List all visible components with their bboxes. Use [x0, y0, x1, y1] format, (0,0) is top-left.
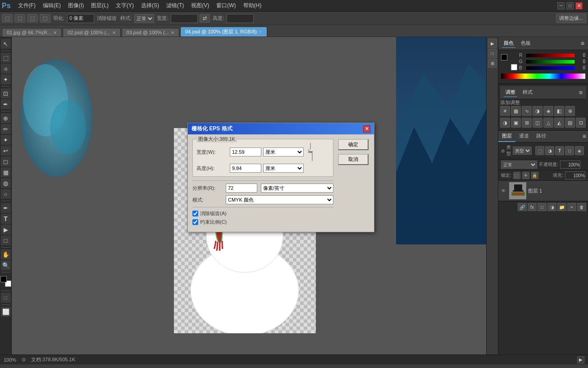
move-tool[interactable]: ↖: [1, 39, 11, 49]
minimize-btn[interactable]: ─: [557, 2, 565, 9]
opacity-input[interactable]: [560, 161, 580, 169]
tab-01jpg[interactable]: 01.jpg @ 66.7%(R... ✕: [2, 28, 62, 37]
anti-alias-checkbox[interactable]: [192, 211, 198, 216]
hue-adj-icon[interactable]: ◧: [554, 106, 564, 116]
navigate-btn[interactable]: ▶: [577, 356, 584, 363]
maximize-btn[interactable]: □: [566, 2, 574, 9]
mode-select[interactable]: CMYK 颜色 RGB 颜色 灰度: [226, 195, 333, 204]
tool-options-btn4[interactable]: ⬚: [40, 14, 50, 23]
panel-menu-icon[interactable]: ≡: [581, 40, 584, 47]
paths-tab[interactable]: 路径: [533, 131, 550, 142]
width-field[interactable]: [230, 147, 261, 156]
text-filter-btn[interactable]: T: [555, 146, 564, 155]
dialog-close-btn[interactable]: ✕: [363, 125, 370, 133]
path-select-tool[interactable]: ▶: [1, 225, 11, 235]
colorbal-adj-icon[interactable]: ⊕: [565, 106, 575, 116]
menu-edit[interactable]: 编辑(E): [39, 1, 64, 10]
channels-tab[interactable]: 通道: [515, 131, 533, 142]
history-brush-tool[interactable]: ↩: [1, 146, 11, 156]
menu-text[interactable]: 文字(Y): [112, 1, 137, 10]
tab-03psd[interactable]: 03.psd @ 100% (... ✕: [122, 28, 179, 37]
styles-tab[interactable]: 样式: [521, 88, 534, 97]
threshold-adj-icon[interactable]: ◭: [554, 118, 564, 128]
selective-adj-icon[interactable]: ⊡: [576, 118, 586, 128]
style-select[interactable]: 正常: [134, 14, 154, 23]
menu-file[interactable]: 文件(F): [14, 1, 39, 10]
tool-options-btn2[interactable]: ⬚: [14, 14, 25, 23]
filter-type-select[interactable]: 类型: [513, 147, 532, 155]
channel-adj-icon[interactable]: ⊞: [522, 118, 532, 128]
cancel-button[interactable]: 取消: [338, 154, 369, 165]
resolution-field[interactable]: [226, 184, 257, 193]
dialog-title-bar[interactable]: 栅格化 EPS 格式 ✕: [188, 123, 374, 134]
gradient-tool[interactable]: ▦: [1, 167, 11, 177]
new-layer-btn[interactable]: +: [567, 203, 576, 211]
add-mask-btn[interactable]: □: [538, 203, 547, 211]
foreground-color-swatch[interactable]: [501, 54, 507, 60]
tab-04psd[interactable]: 04.psd @ 100% (图层 1, RGB/8) ✕: [180, 27, 267, 37]
photo-adj-icon[interactable]: ▣: [511, 118, 521, 128]
lock-pixels-btn[interactable]: ⬚: [513, 172, 520, 179]
color-spectrum-bar[interactable]: [501, 74, 585, 79]
exposure-adj-icon[interactable]: ◑: [533, 106, 542, 116]
height-field[interactable]: [230, 164, 261, 173]
clone-stamp-tool[interactable]: ✦: [1, 135, 11, 145]
color-selector[interactable]: [0, 276, 11, 287]
tool-options-btn3[interactable]: ⬚: [27, 14, 38, 23]
menu-help[interactable]: 帮助(H): [240, 1, 265, 10]
height-input[interactable]: [227, 14, 254, 23]
menu-window[interactable]: 窗口(W): [213, 1, 239, 10]
width-input[interactable]: [171, 14, 198, 23]
menu-image[interactable]: 图像(I): [64, 1, 87, 10]
swap-wh-btn[interactable]: ⇄: [200, 14, 210, 23]
close-window-btn[interactable]: ✕: [575, 2, 583, 9]
menu-layer[interactable]: 图层(L): [87, 1, 112, 10]
spot-heal-tool[interactable]: ⊕: [1, 113, 11, 123]
marquee-tool[interactable]: ⬚: [1, 53, 11, 63]
lock-all-btn[interactable]: 🔒: [531, 172, 538, 179]
smart-filter-btn[interactable]: ◈: [575, 146, 584, 155]
layer-mode-select[interactable]: 正常: [501, 161, 537, 169]
blur-tool[interactable]: ◍: [1, 178, 11, 188]
ok-button[interactable]: 确定: [338, 139, 369, 150]
shape-tool[interactable]: □: [1, 235, 11, 245]
invert-adj-icon[interactable]: ◫: [533, 118, 542, 128]
new-adj-btn[interactable]: ◑: [547, 203, 556, 211]
swatches-tab[interactable]: 色板: [519, 39, 533, 48]
fill-input[interactable]: [565, 171, 585, 179]
adj-tab[interactable]: 调整: [504, 88, 517, 97]
tool-options-btn1[interactable]: ⬚: [2, 14, 13, 23]
bw-adj-icon[interactable]: ◑: [500, 118, 510, 128]
link-layers-btn[interactable]: 🔗: [518, 203, 527, 211]
layer-visibility-icon[interactable]: 👁: [501, 188, 507, 193]
tab-close-02[interactable]: ✕: [112, 30, 116, 35]
adj-filter-btn[interactable]: ◑: [545, 146, 554, 155]
screen-mode-btn[interactable]: ⬜: [1, 307, 11, 317]
quick-mask-btn[interactable]: ⬚: [1, 293, 11, 303]
delete-layer-btn[interactable]: 🗑: [577, 203, 586, 211]
width-unit-select[interactable]: 厘米 像素 英寸: [263, 147, 304, 156]
background-color-swatch[interactable]: [511, 64, 517, 70]
layers-tab[interactable]: 图层: [498, 131, 515, 142]
tab-02psd[interactable]: 02.psd @ 100% (... ✕: [63, 28, 120, 37]
resolution-unit-select[interactable]: 像素/英寸 像素/厘米: [261, 184, 333, 193]
tab-close-01[interactable]: ✕: [53, 30, 57, 35]
fg-color-swatch[interactable]: [0, 276, 7, 282]
constrain-checkbox[interactable]: [192, 219, 198, 225]
color-tab[interactable]: 颜色: [502, 39, 515, 48]
eraser-tool[interactable]: ◻: [1, 156, 11, 166]
menu-view[interactable]: 视图(V): [187, 1, 213, 10]
curves-adj-icon[interactable]: ∿: [522, 106, 532, 116]
gradient-adj-icon[interactable]: ▤: [565, 118, 575, 128]
dodge-tool[interactable]: ○: [1, 189, 11, 199]
pen-tool[interactable]: ✒: [1, 203, 11, 213]
eyedropper-tool[interactable]: ✒: [1, 99, 11, 109]
height-unit-select[interactable]: 厘米 像素 英寸: [263, 164, 304, 173]
panel-toggle-btn2[interactable]: □: [488, 49, 497, 58]
text-tool[interactable]: T: [1, 214, 11, 224]
menu-filter[interactable]: 滤镜(T): [163, 1, 187, 10]
new-group-btn[interactable]: 📁: [557, 203, 566, 211]
layers-panel-menu[interactable]: ≡: [581, 131, 588, 142]
pixel-filter-btn[interactable]: ⬚: [535, 146, 544, 155]
lasso-tool[interactable]: ⌾: [1, 64, 11, 74]
